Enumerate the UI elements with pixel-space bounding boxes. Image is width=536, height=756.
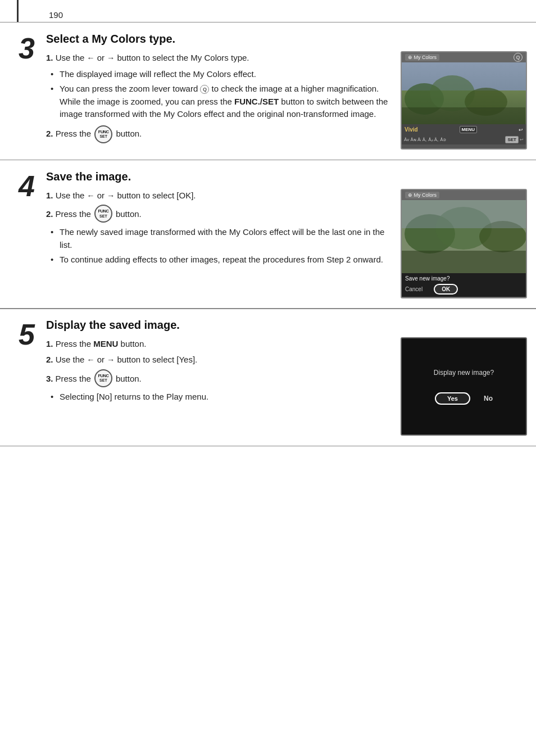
screen-4-scene	[402, 200, 526, 273]
step-3-image: ⊕ My Colors Q	[401, 51, 527, 150]
svg-rect-9	[402, 200, 526, 228]
step-3-block: 3 Select a My Colors type. Use the ← or …	[0, 22, 536, 160]
func-btn-inner-step5: FUNC SET	[96, 370, 111, 386]
step-5-bullets: Selecting [No] returns to the Play menu.	[51, 391, 390, 404]
arrow-left-5: ←	[87, 354, 95, 366]
step-3-bullets: The displayed image will reflect the My …	[51, 68, 390, 121]
vivid-label: Vivid	[405, 126, 418, 133]
step-5-image: Display new image? Yes No	[401, 337, 527, 436]
func-btn-step5: FUNC SET	[94, 369, 112, 387]
page-container: 190 3 Select a My Colors type. Use the ←…	[0, 0, 536, 756]
screen-3-colorbar: Åv Åɴ Åᵢ Å꜀ Åᵨ Å꜀ Åᴅ SET ↩	[402, 135, 526, 144]
display-yes: Yes	[435, 392, 470, 405]
scene-svg-4	[402, 200, 526, 273]
screen-4-dialog: Save new image? Cancel OK	[402, 273, 526, 297]
screen-3-scene	[402, 62, 526, 124]
step-5-list: Press the MENU button. Use the ← or → bu…	[46, 337, 390, 387]
step-4-block: 4 Save the image. Use the ← or → button …	[0, 160, 536, 309]
step-4-instruction-1: Use the ← or → button to select [OK].	[46, 189, 390, 202]
scene-svg	[402, 62, 526, 124]
step-3-bullet-1: The displayed image will reflect the My …	[51, 68, 390, 81]
menu-bold: MENU	[93, 339, 118, 348]
step-3-step2: 2. Press the FUNC SET button.	[46, 125, 390, 143]
page-number: 190	[17, 0, 536, 22]
func-btn-bot-step3: SET	[99, 134, 107, 139]
step-5-instruction-1: Press the MENU button.	[46, 337, 390, 350]
step-4-text: Use the ← or → button to select [OK]. Pr…	[46, 189, 390, 270]
step-3-list: Use the ← or → button to select the My C…	[46, 51, 390, 65]
arrow-right-5: →	[107, 354, 115, 366]
step-4-body: Use the ← or → button to select [OK]. Pr…	[46, 189, 527, 298]
func-btn-top-step3: FUNC	[98, 130, 109, 134]
step-4-content: Save the image. Use the ← or → button to…	[40, 170, 536, 298]
func-btn-top-step5: FUNC	[98, 374, 108, 378]
step-5-number: 5	[19, 320, 35, 349]
step-4-bullet-1: The newly saved image transformed with t…	[51, 226, 390, 251]
step-3-text: Use the ← or → button to select the My C…	[46, 51, 390, 143]
set-btn: SET	[505, 136, 519, 143]
svg-rect-8	[402, 251, 526, 273]
my-colors-label-3: ⊕ My Colors	[405, 54, 439, 61]
step-5-text: Press the MENU button. Use the ← or → bu…	[46, 337, 390, 407]
step-3-number: 3	[19, 34, 35, 63]
zoom-q-icon: Q	[200, 85, 209, 94]
step-5-body: Press the MENU button. Use the ← or → bu…	[46, 337, 527, 436]
screen-3-topbar: ⊕ My Colors Q	[402, 52, 526, 62]
func-btn-top-step4: FUNC	[98, 209, 108, 214]
dialog-buttons: Cancel OK	[405, 284, 523, 295]
my-colors-label-4: ⊕ My Colors	[405, 192, 439, 198]
func-btn-inner-step3: FUNC SET	[96, 126, 111, 142]
svg-rect-3	[402, 107, 525, 124]
display-dialog-buttons: Yes No	[435, 392, 493, 405]
step-4-title: Save the image.	[46, 170, 527, 183]
color-icons: Åv Åɴ Åᵢ Å꜀ Åᵨ Å꜀ Åᴅ	[404, 137, 446, 143]
func-btn-bot-step5: SET	[99, 378, 107, 383]
step-3-bullet-2: You can press the zoom lever toward Q to…	[51, 83, 390, 121]
step-3-title: Select a My Colors type.	[46, 33, 527, 46]
step-3-number-col: 3	[0, 33, 40, 63]
step-3-content: Select a My Colors type. Use the ← or → …	[40, 33, 536, 150]
screen-3-q: Q	[514, 53, 523, 62]
arrow-right-4: →	[107, 190, 115, 202]
arrow-back-small: ↩	[520, 137, 524, 142]
screen-4: ⊕ My Colors	[401, 189, 527, 298]
arrow-left-4: ←	[87, 190, 95, 202]
arrow-left-1: ←	[87, 52, 95, 65]
arrow-right-1: →	[107, 52, 115, 65]
funcset-bold-1: FUNC./SET	[234, 97, 279, 106]
step-3-body: Use the ← or → button to select the My C…	[46, 51, 527, 150]
step-5-block: 5 Display the saved image. Press the MEN…	[0, 308, 536, 446]
screen-4-topbar: ⊕ My Colors	[402, 190, 526, 200]
display-dialog-text: Display new image?	[434, 369, 494, 377]
step-5-title: Display the saved image.	[46, 319, 527, 332]
menu-btn: MENU	[460, 126, 478, 133]
step-4-image: ⊕ My Colors	[401, 189, 527, 298]
step-4-list: Use the ← or → button to select [OK]. Pr…	[46, 189, 390, 223]
step-3-press-label: 2. Press the	[46, 129, 93, 138]
screen-3-bottom: Vivid MENU ↩	[402, 124, 526, 135]
step-3-btn-after: button.	[116, 129, 142, 138]
display-no: No	[484, 395, 493, 402]
step-5-instruction-3: Press the FUNC SET button.	[46, 369, 390, 387]
step-4-instruction-2: Press the FUNC SET button.	[46, 205, 390, 223]
step-3-num-2: 2.	[46, 129, 53, 138]
step-5-number-col: 5	[0, 319, 40, 349]
func-btn-step4: FUNC SET	[94, 205, 112, 223]
step-4-number: 4	[19, 171, 35, 201]
step-4-bullets: The newly saved image transformed with t…	[51, 226, 390, 266]
dialog-cancel: Cancel	[405, 286, 423, 292]
func-btn-inner-step4: FUNC SET	[96, 206, 111, 221]
screen-3: ⊕ My Colors Q	[401, 51, 527, 150]
screen-5: Display new image? Yes No	[401, 337, 527, 436]
step-5-bullet-1: Selecting [No] returns to the Play menu.	[51, 391, 390, 404]
step-5-instruction-2: Use the ← or → button to select [Yes].	[46, 353, 390, 366]
func-btn-step3: FUNC SET	[94, 125, 112, 143]
back-arrow: ↩	[519, 127, 523, 133]
step-4-bullet-2: To continue adding effects to other imag…	[51, 253, 390, 266]
dialog-ok: OK	[434, 284, 458, 295]
func-btn-bot-step4: SET	[99, 214, 107, 219]
step-4-number-col: 4	[0, 170, 40, 201]
save-dialog-text: Save new image?	[405, 275, 523, 282]
step-5-content: Display the saved image. Press the MENU …	[40, 319, 536, 436]
step-3-instruction-1: Use the ← or → button to select the My C…	[46, 51, 390, 65]
